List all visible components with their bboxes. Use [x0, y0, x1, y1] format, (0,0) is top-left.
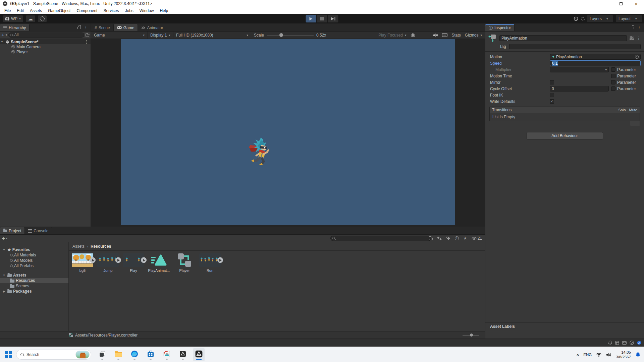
packages-folder-row[interactable]: ▶ Packages — [0, 289, 68, 294]
taskbar-microsoft-store[interactable] — [145, 348, 156, 361]
object-picker-icon[interactable] — [635, 55, 639, 59]
preview-play-icon[interactable] — [217, 257, 223, 263]
hidden-packages-icon[interactable]: ! — [455, 236, 459, 240]
tab-scene[interactable]: # Scene — [91, 24, 114, 31]
notification-bell-icon[interactable] — [635, 352, 641, 358]
state-name-field[interactable]: PlayAnimation — [499, 35, 627, 41]
debug-bug-icon[interactable] — [411, 33, 415, 37]
favorite-all-prefabs[interactable]: All Prefabs — [0, 263, 68, 268]
cache-server-check-icon[interactable] — [630, 341, 634, 345]
visibility-toggle[interactable]: 21 — [472, 236, 482, 241]
minimize-button[interactable] — [598, 0, 613, 7]
asset-jump[interactable]: Jump — [97, 253, 119, 273]
tab-console[interactable]: Console — [25, 227, 52, 234]
menu-edit[interactable]: Edit — [14, 8, 27, 13]
account-button[interactable]: WP ▾ — [3, 15, 23, 22]
favorite-all-models[interactable]: All Models — [0, 258, 68, 263]
create-asset-dropdown-icon[interactable]: ▾ — [6, 237, 8, 240]
cycle-offset-parameter-checkbox[interactable] — [611, 86, 615, 91]
asset-run[interactable]: Run — [199, 253, 221, 273]
taskbar-search[interactable]: Search — [16, 350, 91, 360]
cloud-button[interactable]: ☁ — [26, 15, 35, 22]
collab-paint-icon[interactable] — [637, 341, 641, 345]
taskbar-unity-hub[interactable] — [177, 348, 189, 361]
search-highlight-image[interactable] — [75, 351, 90, 359]
keyboard-icon[interactable] — [442, 33, 447, 37]
layers-dropdown[interactable]: Layers ▾ — [587, 15, 613, 22]
expander-open-icon[interactable]: ▼ — [0, 40, 4, 43]
multiplier-dropdown[interactable]: ▾ — [550, 67, 609, 72]
tab-inspector[interactable]: i Inspector — [485, 24, 515, 31]
add-behaviour-button[interactable]: Add Behaviour — [527, 132, 603, 139]
wifi-icon[interactable] — [596, 353, 602, 357]
presets-icon[interactable] — [630, 36, 634, 40]
hierarchy-item-player[interactable]: Player — [0, 49, 91, 54]
undo-history-icon[interactable] — [573, 16, 578, 21]
asset-playanimation[interactable]: PlayAnimat... — [148, 253, 170, 273]
motion-field[interactable]: ▼ PlayAnimation — [550, 54, 641, 60]
taskbar-unity-editor[interactable] — [193, 348, 205, 361]
close-button[interactable]: × — [629, 0, 644, 7]
multiplier-parameter-checkbox[interactable] — [611, 67, 615, 72]
lock-icon[interactable] — [77, 27, 80, 29]
breadcrumb-assets[interactable]: Assets — [72, 244, 85, 249]
mirror-parameter-checkbox[interactable] — [611, 80, 615, 84]
cycle-offset-field[interactable]: 0 — [550, 86, 609, 92]
scenes-folder-row[interactable]: Scenes — [0, 283, 68, 289]
menu-file[interactable]: File — [1, 8, 14, 13]
hidden-icons-chevron[interactable]: ^ — [577, 353, 579, 358]
menu-gameobject[interactable]: GameObject — [45, 8, 73, 13]
maximize-button[interactable] — [613, 0, 629, 7]
assets-folder-row[interactable]: ▼ Assets — [0, 273, 68, 278]
mute-audio-icon[interactable] — [433, 33, 438, 37]
tab-animator[interactable]: Animator — [138, 24, 166, 31]
gizmos-dropdown[interactable]: Gizmos ▾ — [465, 33, 482, 38]
asset-labels-section[interactable]: Asset Labels — [485, 322, 644, 330]
menu-assets[interactable]: Assets — [27, 8, 45, 13]
mirror-checkbox[interactable] — [550, 80, 554, 84]
taskbar-snipping-tool[interactable] — [161, 348, 172, 361]
console-message-icon[interactable] — [622, 341, 627, 345]
pick-window-icon[interactable] — [86, 33, 89, 37]
remove-transition-button[interactable]: − — [630, 121, 640, 126]
add-object-dropdown-icon[interactable]: ▾ — [6, 33, 7, 37]
taskbar-file-explorer[interactable] — [113, 348, 124, 361]
taskbar-clock[interactable]: 14:05 3/8/2567 — [616, 350, 631, 359]
open-search-window-icon[interactable] — [429, 236, 433, 240]
tab-game[interactable]: Game — [114, 24, 138, 31]
start-button[interactable] — [5, 351, 12, 358]
tag-field[interactable] — [509, 44, 641, 49]
menu-window[interactable]: Window — [137, 8, 157, 13]
menu-services[interactable]: Services — [100, 8, 122, 13]
stats-toggle[interactable]: Stats — [451, 33, 461, 38]
asset-player-controller[interactable]: Player — [174, 253, 195, 273]
motion-time-parameter-checkbox[interactable] — [611, 74, 615, 78]
volume-icon[interactable] — [606, 353, 611, 357]
kebab-menu-icon[interactable]: ⋮ — [637, 36, 641, 41]
scene-row[interactable]: ▼ SampleScene* ⋮ — [0, 39, 91, 44]
preview-play-icon[interactable] — [141, 257, 147, 263]
package-manager-icon[interactable] — [615, 341, 619, 345]
favorites-star-icon[interactable]: ★ — [463, 236, 467, 241]
play-focused-dropdown[interactable]: Play Focused ▾ — [376, 32, 409, 39]
favorite-all-materials[interactable]: All Materials — [0, 252, 68, 258]
scale-slider-knob[interactable] — [279, 33, 283, 37]
game-render-canvas[interactable] — [121, 39, 455, 225]
project-search-input[interactable] — [330, 236, 431, 241]
language-indicator[interactable]: ENG — [583, 353, 592, 357]
layout-dropdown[interactable]: Layout ▾ — [616, 15, 642, 22]
kebab-menu-icon[interactable]: ⋮ — [84, 25, 88, 30]
create-asset-button[interactable]: + — [2, 237, 5, 240]
kebab-menu-icon[interactable]: ⋮ — [637, 25, 641, 30]
play-button[interactable] — [306, 15, 316, 22]
add-object-button[interactable]: + — [1, 33, 4, 37]
game-view-dropdown[interactable]: Game ▾ — [91, 32, 148, 39]
step-button[interactable] — [328, 15, 338, 22]
pause-button[interactable] — [317, 15, 327, 22]
resources-folder-row[interactable]: Resources — [0, 278, 68, 283]
hierarchy-item-main-camera[interactable]: Main Camera — [0, 44, 91, 49]
menu-component[interactable]: Component — [73, 8, 100, 13]
filter-by-type-icon[interactable] — [437, 236, 442, 240]
notification-bell-icon[interactable] — [608, 341, 612, 345]
speed-field[interactable]: 0.1 — [550, 60, 641, 66]
